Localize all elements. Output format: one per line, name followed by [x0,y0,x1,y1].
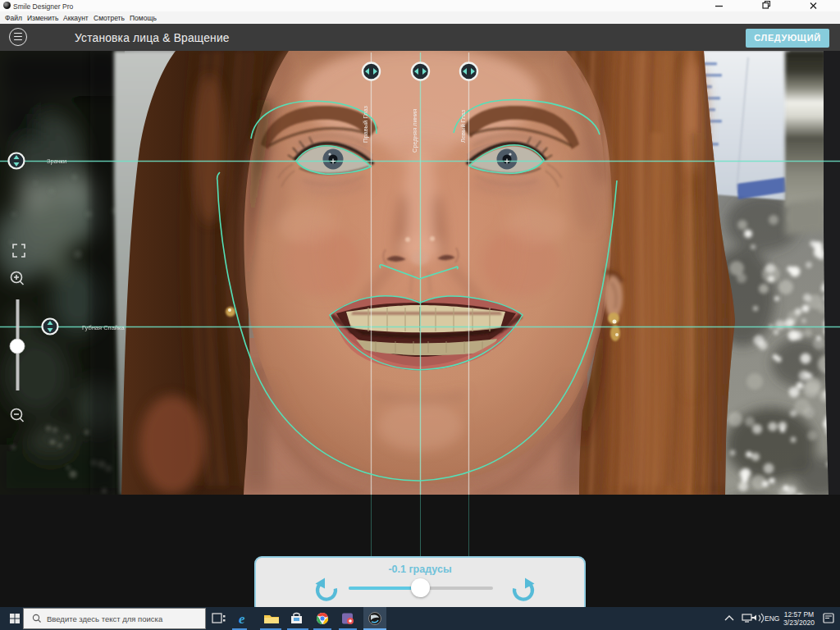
svg-text:12:57 PM: 12:57 PM [784,610,814,619]
svg-text:e: e [239,611,245,627]
svg-text:Левый Глаз: Левый Глаз [459,109,467,143]
svg-text:3/23/2020: 3/23/2020 [783,619,815,627]
svg-text:Губная Спайка: Губная Спайка [82,324,125,331]
svg-text:Средняя линия: Средняя линия [411,109,418,153]
svg-text:Правый Глаз: Правый Глаз [362,106,369,143]
svg-text:ENG: ENG [765,614,779,623]
svg-text:Зрачки: Зрачки [47,158,66,165]
